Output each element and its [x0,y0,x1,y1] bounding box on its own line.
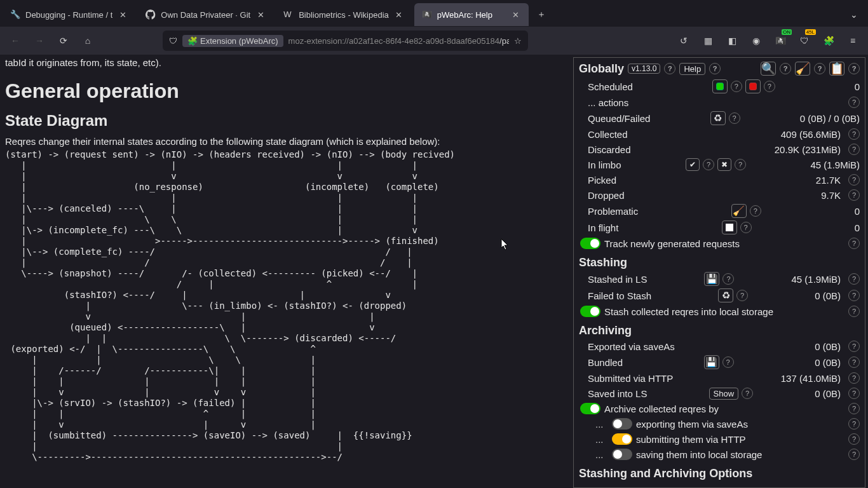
toggle-archive[interactable] [580,403,600,414]
help-icon[interactable]: ? [731,81,742,92]
toggle-ls[interactable] [612,449,632,460]
help-icon[interactable]: ? [780,63,791,74]
menu-button[interactable]: ≡ [843,30,863,51]
forward-button[interactable]: → [29,30,50,51]
save-icon[interactable]: 💾 [704,355,719,369]
help-icon[interactable]: ? [848,306,860,317]
help-icon[interactable]: ? [703,159,714,170]
close-icon[interactable]: ✕ [511,10,521,20]
tab-pwebarc[interactable]: 🏴‍☠️ pWebArc: Help ✕ [414,3,529,26]
help-icon[interactable]: ? [729,112,740,124]
home-button[interactable]: ⌂ [78,30,98,51]
save-icon[interactable]: 💾 [704,272,719,286]
row-bundled: Bundled 💾? 0 (0B)? [574,354,865,370]
toggle-stash[interactable] [580,306,600,317]
help-icon[interactable]: ? [848,356,860,368]
bookmark-icon[interactable]: ☆ [514,36,522,46]
log-icon[interactable]: 📋 [829,62,844,76]
recycle-icon[interactable]: ♻ [718,288,733,302]
help-icon[interactable]: ? [848,189,860,201]
help-icon[interactable]: ? [736,290,748,301]
history-icon[interactable]: ↺ [674,30,694,51]
close-icon[interactable]: ✕ [118,10,128,20]
row-limbo: In limbo ✔?✖? 45 (1.9MiB) [574,157,865,172]
help-icon[interactable]: ? [722,356,734,368]
new-tab-button[interactable]: ＋ [531,9,552,20]
help-icon[interactable]: ? [742,388,753,399]
tab-github[interactable]: Own Data Privateer · Git ✕ [138,3,273,26]
help-icon[interactable]: ? [848,403,860,414]
row-queued: Queued/Failed ♻? 0 (0B) / 0 (0B) [574,110,865,126]
reject-button[interactable]: ✖ [717,158,731,171]
help-button[interactable]: Help [679,63,705,75]
help-icon[interactable]: ? [848,388,860,399]
back-button[interactable]: ← [5,30,25,51]
recycle-icon[interactable]: ♻ [710,111,726,125]
toggle-track[interactable] [580,238,600,249]
help-icon[interactable]: ? [814,63,825,74]
help-icon[interactable]: ? [848,372,860,384]
help-icon[interactable]: ? [664,63,675,74]
value: 409 (56.6MiB) [781,129,841,140]
help-icon[interactable]: ? [709,63,721,74]
help-icon[interactable]: ? [848,174,860,186]
tab-wikipedia[interactable]: W Bibliometrics - Wikipedia ✕ [276,3,412,26]
help-icon[interactable]: ? [848,341,860,352]
help-icon[interactable]: ? [848,128,860,140]
value: 137 (41.0MiB) [781,373,841,384]
save-icon[interactable]: ▦ [698,30,718,51]
help-icon[interactable]: ? [735,159,746,170]
extension-name: Extension (pWebArc) [200,36,278,46]
heading-general-operation: General operation [5,79,573,103]
help-icon[interactable]: ? [848,433,860,445]
url-text: moz-extension://a02af1ec-86f4-4e82-a09d-… [288,36,509,46]
tab-debugging[interactable]: 🔧 Debugging - Runtime / t ✕ [3,3,135,26]
search-icon[interactable]: 🔍 [761,62,776,76]
heading-state-diagram: State Diagram [5,112,573,130]
help-icon[interactable]: ? [848,238,860,249]
ublock-icon[interactable]: 🛡45L [794,30,815,51]
sync-icon[interactable]: ◉ [746,30,766,51]
value: 0 (0B) [815,341,841,352]
run-icon[interactable] [712,79,728,93]
broom-icon[interactable]: 🧹 [731,204,747,218]
row-actions: ... actions ? [574,95,865,110]
help-icon[interactable]: ? [740,222,752,233]
help-icon[interactable]: ? [848,273,860,285]
row-inflight: In flight ? 0 [574,219,865,236]
badge-on: ON [782,29,792,35]
row-arch-http: ...submitting them via HTTP? [574,431,865,447]
accept-button[interactable]: ✔ [686,158,700,171]
broom-icon[interactable]: 🧹 [795,62,810,76]
popup-panel: Globally v1.13.0 ? Help ? 🔍 ? 🧹 ? 📋 ? Sc… [573,57,865,488]
github-icon [146,10,156,20]
section-stashing: Stashing [574,251,865,271]
show-button[interactable]: Show [709,388,739,400]
url-bar[interactable]: 🛡 🧩Extension (pWebArc) moz-extension://a… [163,30,528,51]
help-icon[interactable]: ? [750,205,761,217]
help-icon[interactable]: ? [764,81,775,92]
close-icon[interactable]: ✕ [394,10,404,20]
sidebar-icon[interactable]: ◧ [722,30,742,51]
close-icon[interactable]: ✕ [255,10,266,20]
tab-label: Bibliometrics - Wikipedia [299,10,389,20]
help-icon[interactable]: ? [848,449,860,460]
section-options: Stashing and Archiving Options [574,462,865,482]
extension-pwebarc-icon[interactable]: 🏴‍☠️ON [770,30,790,51]
row-picked: Picked21.7K? [574,172,865,187]
tab-label: Debugging - Runtime / t [25,10,112,20]
help-icon[interactable]: ? [848,63,860,74]
help-icon[interactable]: ? [848,97,860,108]
help-icon[interactable]: ? [848,290,860,301]
stop-icon[interactable] [745,79,761,93]
value: 21.7K [816,175,841,186]
toggle-saveas[interactable] [612,418,632,430]
toggle-http[interactable] [612,433,632,445]
stop-icon[interactable] [722,220,737,234]
extensions-icon[interactable]: 🧩 [818,30,839,51]
reload-button[interactable]: ⟳ [53,30,74,51]
help-icon[interactable]: ? [848,144,860,155]
list-tabs-button[interactable]: ⌄ [843,10,865,20]
help-icon[interactable]: ? [848,418,860,430]
help-icon[interactable]: ? [722,273,734,285]
